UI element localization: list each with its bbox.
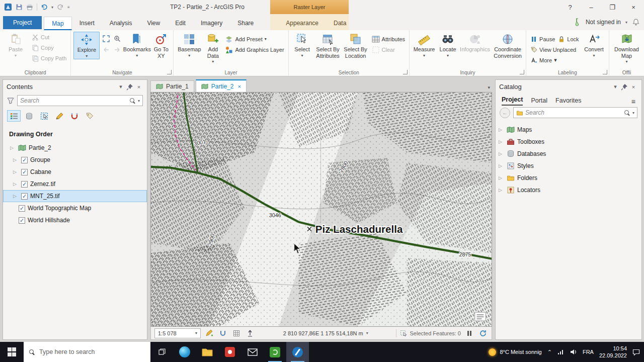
language-indicator[interactable]: FRA (583, 349, 594, 355)
edit-vertices-icon[interactable] (204, 329, 214, 337)
catalog-close-icon[interactable]: × (629, 84, 638, 90)
basemap-button[interactable]: Basemap▾ (176, 32, 202, 58)
search-icon[interactable] (624, 110, 630, 116)
tab-analysis[interactable]: Analysis (102, 17, 140, 30)
search-caret-icon[interactable]: ▾ (632, 111, 634, 115)
notifications-bell-icon[interactable] (632, 18, 640, 26)
catalog-item-databases[interactable]: ▷ Databases (496, 148, 641, 160)
layer-checkbox[interactable]: ✓ (21, 169, 28, 175)
labeling-pause-button[interactable]: Pause (529, 34, 556, 44)
expander-icon[interactable]: ▷ (499, 175, 504, 180)
snapping-toggle-icon[interactable] (218, 330, 228, 337)
layer-row-zernez[interactable]: ▷ ✓ Zernez.tif (3, 178, 147, 190)
download-map-button[interactable]: Download Map▾ (612, 32, 642, 64)
expander-icon[interactable]: ▷ (499, 127, 504, 132)
mail-icon[interactable] (241, 342, 264, 362)
contents-menu-caret-icon[interactable]: ▾ (116, 83, 125, 90)
paste-button[interactable]: Paste▾ (3, 32, 29, 58)
undo-caret-icon[interactable]: ▾ (51, 5, 53, 10)
taskbar-clock[interactable]: 10:54 22.09.2022 (599, 345, 627, 359)
search-caret-icon[interactable]: ▾ (138, 99, 140, 103)
taskbar-search-input[interactable] (39, 348, 145, 355)
convert-labels-button[interactable]: Convert▾ (582, 32, 606, 58)
previous-extent-icon[interactable] (101, 45, 111, 55)
select-button[interactable]: Select▾ (291, 32, 313, 58)
expander-icon[interactable]: ▷ (10, 145, 16, 150)
contents-close-icon[interactable]: × (134, 84, 143, 90)
layer-row-world-topographic[interactable]: ✓ World Topographic Map (3, 202, 147, 214)
bookmarks-button[interactable]: Bookmarks▾ (124, 32, 150, 58)
minimize-button[interactable]: – (581, 0, 602, 14)
north-arrow-icon[interactable] (245, 330, 255, 337)
coordinate-conversion-button[interactable]: Coordinate Conversion (492, 32, 523, 59)
coordinates-caret-icon[interactable]: ▾ (366, 331, 368, 335)
cut-button[interactable]: Cut (30, 32, 68, 42)
close-button[interactable]: × (623, 0, 644, 14)
tab-project[interactable]: Project (3, 16, 42, 29)
weather-widget[interactable]: 8°C Meist sonnig (489, 348, 541, 356)
list-by-selection-icon[interactable] (37, 110, 51, 122)
signin-status[interactable]: Not signed in (586, 19, 621, 26)
locate-button[interactable]: Locate▾ (438, 32, 458, 58)
search-icon[interactable] (129, 98, 136, 104)
arcgis-pro-icon[interactable] (286, 342, 309, 362)
layer-checkbox[interactable]: ✓ (21, 193, 28, 200)
expander-icon[interactable]: ▷ (13, 157, 19, 162)
full-extent-icon[interactable] (101, 34, 111, 44)
expander-icon[interactable]: ▷ (13, 182, 19, 187)
fixed-zoom-in-icon[interactable] (112, 34, 122, 44)
task-view-button[interactable] (150, 342, 173, 362)
action-center-icon[interactable] (632, 349, 640, 355)
select-by-attributes-button[interactable]: Select By Attributes (315, 32, 341, 59)
add-data-button[interactable]: Add Data▾ (204, 32, 222, 64)
expander-icon[interactable]: ▷ (499, 151, 504, 156)
catalog-item-locators[interactable]: ▷ Locators (496, 184, 641, 196)
catalog-search-input[interactable] (525, 109, 622, 116)
infographics-button[interactable]: Infographics (459, 32, 491, 53)
signin-caret-icon[interactable]: ▾ (625, 20, 627, 25)
layer-row-mnt25[interactable]: ▷ ✓ MNT_25.tif (3, 190, 147, 202)
catalog-search-box[interactable]: ▾ (513, 107, 637, 118)
view-list-caret-icon[interactable]: ▾ (488, 85, 490, 90)
explore-button[interactable]: Explore▾ (73, 32, 100, 59)
catalog-back-icon[interactable]: ← (500, 108, 510, 118)
labeling-more-button[interactable]: More▾ (529, 55, 580, 65)
tab-edit[interactable]: Edit (168, 17, 193, 30)
contents-pin-icon[interactable] (125, 83, 134, 90)
redo-icon[interactable] (57, 4, 64, 11)
layer-checkbox[interactable]: ✓ (21, 181, 28, 188)
copy-button[interactable]: Copy (30, 42, 68, 53)
expander-icon[interactable]: ▷ (499, 139, 504, 144)
network-icon[interactable] (557, 349, 565, 355)
tab-appearance[interactable]: Appearance (278, 17, 326, 30)
catalog-item-toolboxes[interactable]: ▷ Toolboxes (496, 136, 641, 148)
attributes-button[interactable]: Attributes (370, 34, 407, 44)
layer-row-groupe[interactable]: ▷ ✓ Groupe (3, 154, 147, 166)
tab-imagery[interactable]: Imagery (193, 17, 230, 30)
add-graphics-layer-button[interactable]: Add Graphics Layer (223, 44, 285, 55)
map-canvas[interactable]: 3001 2800 3046 2900 2875 Piz Laschadurel… (150, 92, 492, 327)
qat-customize-icon[interactable]: ≡ (67, 5, 70, 10)
tab-share[interactable]: Share (230, 17, 261, 30)
layer-row-cabane[interactable]: ▷ ✓ Cabane (3, 166, 147, 178)
view-unplaced-button[interactable]: View Unplaced (529, 44, 580, 55)
grid-icon[interactable] (231, 330, 242, 337)
pause-drawing-icon[interactable] (464, 330, 474, 337)
red-app-icon[interactable] (218, 342, 241, 362)
hidden-icons-chevron[interactable]: ⌃ (547, 349, 552, 355)
catalog-hamburger-icon[interactable]: ≡ (631, 98, 635, 106)
contents-search-box[interactable]: ▾ (17, 95, 143, 106)
map-tab-partie1[interactable]: Partie_1 (150, 80, 194, 92)
layer-row-world-hillshade[interactable]: ✓ World Hillshade (3, 214, 147, 226)
catalog-tab-portal[interactable]: Portal (531, 97, 547, 106)
help-button[interactable]: ? (559, 0, 581, 14)
catalog-item-styles[interactable]: ▷ Styles (496, 160, 641, 172)
layer-row-partie2[interactable]: ▷ Partie_2 (3, 142, 147, 154)
file-explorer-icon[interactable] (196, 342, 218, 362)
go-to-xy-button[interactable]: Go To XY (151, 32, 171, 59)
layer-checkbox[interactable]: ✓ (19, 205, 25, 212)
arcgis-green-icon[interactable] (264, 342, 286, 362)
tab-insert[interactable]: Insert (72, 17, 102, 30)
catalog-tab-favorites[interactable]: Favorites (555, 97, 581, 106)
catalog-item-folders[interactable]: ▷ Folders (496, 172, 641, 184)
